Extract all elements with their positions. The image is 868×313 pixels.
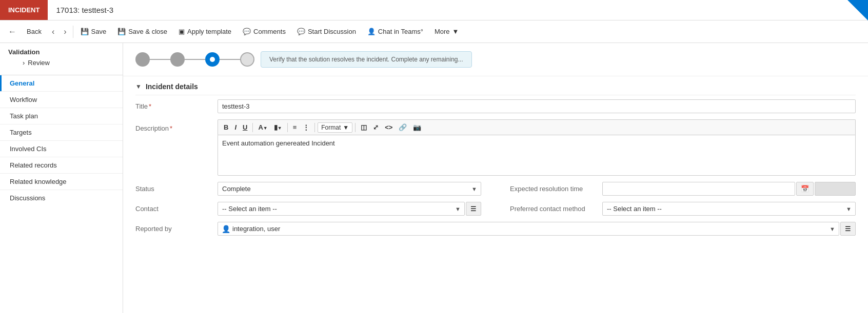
reported-by-dropdown-wrap: integration, user 👤 ▼: [218, 222, 839, 236]
preferred-contact-select-wrap: -- Select an item -- ▼: [602, 202, 856, 216]
comments-button[interactable]: 💬 Comments: [238, 26, 291, 37]
italic-button[interactable]: I: [232, 122, 239, 133]
progress-message: Verify that the solution resolves the in…: [261, 51, 472, 68]
image-button[interactable]: 📷: [410, 122, 424, 133]
apply-template-button[interactable]: ▣ Apply template: [173, 26, 236, 37]
unordered-list-button[interactable]: ⋮: [300, 122, 312, 133]
sidebar-item-task-plan[interactable]: Task plan: [0, 108, 123, 124]
reported-by-col: Reported by integration, user 👤 ▼ ☰: [135, 222, 856, 236]
link-button[interactable]: 🔗: [396, 122, 409, 133]
template-icon: ▣: [179, 28, 185, 35]
contact-col: Contact -- Select an item -- ▼ ☰: [135, 202, 481, 216]
user-icon: 👤: [222, 225, 230, 233]
sidebar-item-related-records[interactable]: Related records: [0, 157, 123, 173]
chevron-right-icon: ›: [23, 59, 25, 67]
contact-lookup-button[interactable]: ☰: [466, 202, 481, 216]
sidebar: Validation › Review General Workflow Tas…: [0, 43, 123, 313]
title-label: Title: [135, 99, 218, 110]
reported-by-label: Reported by: [135, 222, 218, 233]
contact-preferred-row: Contact -- Select an item -- ▼ ☰: [135, 202, 856, 216]
sidebar-item-related-knowledge[interactable]: Related knowledge: [0, 174, 123, 190]
status-select[interactable]: Complete: [218, 182, 481, 196]
sidebar-item-involved-cis[interactable]: Involved CIs: [0, 141, 123, 157]
ordered-list-button[interactable]: ≡: [290, 122, 300, 133]
more-button[interactable]: More ▼: [429, 26, 464, 37]
divider-1: [73, 26, 73, 38]
expected-resolution-label: Expected resolution time: [510, 182, 602, 193]
back-label-button[interactable]: Back: [22, 26, 47, 37]
form-section: ▼ Incident details Title Description B I…: [123, 76, 868, 236]
contact-select-wrap: -- Select an item -- ▼ ☰: [218, 202, 481, 216]
progress-line-2: [185, 59, 205, 60]
rte-content[interactable]: Event automation genereated Incident: [218, 135, 856, 176]
status-resolution-row: Status Complete ▼ Expected resolution ti…: [135, 182, 856, 196]
status-label: Status: [135, 182, 218, 193]
rte-sep-4: [355, 123, 356, 132]
highlight-button[interactable]: ▮▼: [271, 122, 285, 133]
toolbar: ← Back ‹ › 💾 Save 💾 Save & close ▣ Apply…: [0, 20, 868, 43]
calendar-button[interactable]: 📅: [796, 182, 814, 196]
reported-by-lookup-button[interactable]: ☰: [840, 222, 856, 236]
preferred-contact-col: Preferred contact method -- Select an it…: [494, 202, 856, 216]
bold-button[interactable]: B: [221, 122, 231, 133]
chevron-down-icon: ▼: [452, 28, 459, 35]
preferred-contact-control: -- Select an item -- ▼: [602, 202, 856, 216]
table-button[interactable]: ◫: [358, 122, 369, 133]
next-button[interactable]: ›: [60, 25, 70, 38]
sidebar-item-targets[interactable]: Targets: [0, 124, 123, 140]
progress-section: Verify that the solution resolves the in…: [123, 43, 868, 76]
chat-teams-button[interactable]: 👤 Chat in Teams°: [362, 26, 428, 37]
title-control: [218, 99, 856, 113]
title-row: Title: [135, 99, 856, 113]
sidebar-item-review[interactable]: › Review: [8, 56, 114, 70]
status-control: Complete ▼: [218, 182, 481, 196]
rte-sep-1: [252, 123, 253, 132]
validation-section: Validation › Review: [0, 43, 123, 75]
reported-by-control: integration, user 👤 ▼ ☰: [218, 222, 856, 236]
section-header[interactable]: ▼ Incident details: [135, 76, 856, 95]
html-button[interactable]: <>: [382, 122, 395, 133]
sidebar-item-discussions[interactable]: Discussions: [0, 190, 123, 206]
font-color-button[interactable]: A▼: [255, 122, 270, 133]
sidebar-item-general[interactable]: General: [0, 75, 123, 91]
incident-badge: INCIDENT: [0, 0, 48, 20]
description-control: B I U A▼ ▮▼ ≡ ⋮ Format ▼: [218, 119, 856, 176]
status-select-wrap: Complete ▼: [218, 182, 481, 196]
fullscreen-button[interactable]: ⤢: [370, 122, 381, 133]
progress-step-4: [240, 52, 254, 67]
section-title: Incident details: [146, 82, 198, 91]
save-close-button[interactable]: 💾 Save & close: [112, 26, 172, 37]
format-select[interactable]: Format ▼: [318, 122, 352, 133]
rte-sep-3: [314, 123, 315, 132]
progress-step-2: [170, 52, 185, 67]
preferred-contact-select[interactable]: -- Select an item --: [602, 202, 856, 216]
date-wrap: 📅: [602, 182, 856, 196]
save-close-icon: 💾: [117, 28, 126, 35]
save-icon: 💾: [81, 28, 89, 35]
teams-icon: 👤: [367, 28, 376, 35]
chevron-down-icon: ▼: [343, 124, 349, 131]
contact-select[interactable]: -- Select an item --: [218, 202, 465, 216]
rte-sep-2: [287, 123, 288, 132]
title-input[interactable]: [218, 99, 856, 113]
resolution-col: Expected resolution time 📅: [494, 182, 856, 196]
expected-resolution-input[interactable]: [602, 182, 795, 196]
reported-by-select[interactable]: integration, user: [218, 222, 839, 236]
back-button[interactable]: ←: [4, 25, 21, 38]
underline-button[interactable]: U: [240, 122, 250, 133]
progress-line-3: [220, 59, 240, 60]
save-button[interactable]: 💾 Save: [75, 26, 112, 37]
prev-button[interactable]: ‹: [48, 25, 58, 38]
description-row: Description B I U A▼ ▮▼ ≡ ⋮ Fo: [135, 119, 856, 176]
comments-icon: 💬: [243, 28, 251, 35]
contact-label: Contact: [135, 202, 218, 213]
sidebar-item-workflow[interactable]: Workflow: [0, 92, 123, 108]
expected-resolution-control: 📅: [602, 182, 856, 196]
progress-step-1: [135, 52, 150, 67]
start-discussion-button[interactable]: 💬 Start Discussion: [292, 26, 361, 37]
main-content: Verify that the solution resolves the in…: [123, 43, 868, 313]
preferred-contact-label: Preferred contact method: [510, 202, 602, 213]
incident-title: 17013: testtest-3: [48, 6, 113, 14]
progress-track: [135, 52, 254, 67]
contact-control: -- Select an item -- ▼ ☰: [218, 202, 481, 216]
